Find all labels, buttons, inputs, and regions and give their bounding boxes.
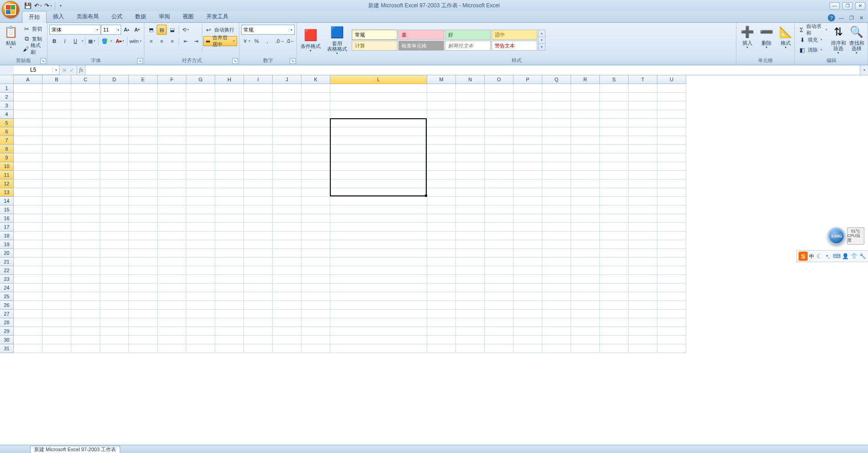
cell[interactable] — [100, 145, 129, 153]
cell[interactable] — [129, 249, 158, 258]
style-warn[interactable]: 警告文本 — [492, 41, 537, 51]
cell[interactable] — [513, 223, 542, 232]
comma-style-button[interactable]: , — [262, 36, 272, 46]
cell[interactable] — [629, 240, 657, 249]
cell[interactable] — [71, 145, 100, 153]
row-header-26[interactable]: 26 — [0, 301, 14, 310]
cell[interactable] — [273, 310, 302, 318]
cell[interactable] — [158, 327, 186, 336]
cell[interactable] — [42, 162, 71, 171]
cell[interactable] — [273, 301, 302, 310]
cell[interactable] — [14, 110, 42, 119]
cell[interactable] — [42, 136, 71, 145]
align-left-button[interactable]: ≡ — [146, 36, 156, 46]
format-painter-button[interactable]: 🖌格式刷 — [21, 44, 45, 54]
cell[interactable] — [42, 145, 71, 153]
cell[interactable] — [129, 292, 158, 301]
cell[interactable] — [244, 275, 273, 284]
cell[interactable] — [427, 223, 456, 232]
cell[interactable] — [427, 179, 456, 188]
cell[interactable] — [600, 101, 629, 110]
cell[interactable] — [542, 136, 571, 145]
cell[interactable] — [600, 162, 629, 171]
cell[interactable] — [513, 327, 542, 336]
cell[interactable] — [71, 153, 100, 162]
cell[interactable] — [244, 301, 273, 310]
cell[interactable] — [42, 292, 71, 301]
cell[interactable] — [215, 240, 244, 249]
cell[interactable] — [186, 101, 215, 110]
cell[interactable] — [571, 214, 600, 223]
cell[interactable] — [629, 153, 657, 162]
merge-center-button[interactable]: ⬌合并后居中▾ — [203, 36, 237, 46]
cell[interactable] — [42, 336, 71, 344]
gallery-more-button[interactable]: ▾ — [539, 44, 545, 50]
cell[interactable] — [129, 179, 158, 188]
cell[interactable] — [302, 275, 330, 284]
cell[interactable] — [302, 249, 330, 258]
wrench-icon[interactable]: 🔧 — [859, 253, 866, 260]
cell[interactable] — [629, 101, 657, 110]
cell[interactable] — [513, 249, 542, 258]
cell[interactable] — [427, 162, 456, 171]
cell[interactable] — [244, 145, 273, 153]
cell[interactable] — [273, 275, 302, 284]
cell[interactable] — [485, 310, 513, 318]
row-header-16[interactable]: 16 — [0, 214, 14, 223]
cell[interactable] — [158, 188, 186, 197]
cell[interactable] — [542, 318, 571, 327]
cell[interactable] — [485, 127, 513, 136]
cell[interactable] — [186, 275, 215, 284]
cell[interactable] — [215, 249, 244, 258]
cell[interactable] — [129, 310, 158, 318]
cell[interactable] — [600, 171, 629, 179]
person-icon[interactable]: 👤 — [842, 253, 849, 260]
cell[interactable] — [600, 188, 629, 197]
cell[interactable] — [513, 188, 542, 197]
cell[interactable] — [629, 171, 657, 179]
cell[interactable] — [158, 162, 186, 171]
autosum-button[interactable]: Σ自动求和▾ — [797, 25, 829, 35]
cell[interactable] — [100, 205, 129, 214]
cell[interactable] — [571, 93, 600, 101]
cell[interactable] — [273, 127, 302, 136]
cell[interactable] — [571, 188, 600, 197]
cell[interactable] — [629, 93, 657, 101]
cell[interactable] — [571, 284, 600, 292]
cell[interactable] — [485, 153, 513, 162]
cell[interactable] — [302, 310, 330, 318]
cell[interactable] — [129, 110, 158, 119]
cell[interactable] — [186, 240, 215, 249]
cell[interactable] — [71, 110, 100, 119]
cell[interactable] — [158, 266, 186, 275]
cell[interactable] — [485, 318, 513, 327]
cell[interactable] — [485, 232, 513, 240]
phonetic-button[interactable]: wén▾ — [129, 36, 142, 46]
cell[interactable] — [330, 119, 427, 127]
cell[interactable] — [158, 205, 186, 214]
cell[interactable] — [600, 344, 629, 353]
row-header-14[interactable]: 14 — [0, 197, 14, 205]
cell[interactable] — [485, 292, 513, 301]
cell[interactable] — [571, 223, 600, 232]
clear-button[interactable]: ◧清除▾ — [797, 45, 829, 55]
cell[interactable] — [14, 336, 42, 344]
chevron-down-icon[interactable]: ▾ — [116, 28, 121, 32]
cell[interactable] — [186, 145, 215, 153]
delete-cells-button[interactable]: ➖ 删除 ▾ — [757, 24, 776, 50]
cell[interactable] — [330, 162, 427, 171]
font-name-input[interactable] — [50, 27, 95, 32]
cell[interactable] — [485, 275, 513, 284]
cell[interactable] — [485, 145, 513, 153]
cell[interactable] — [186, 258, 215, 266]
cell[interactable] — [657, 127, 686, 136]
cell[interactable] — [273, 336, 302, 344]
cell[interactable] — [600, 93, 629, 101]
cell[interactable] — [71, 249, 100, 258]
cell[interactable] — [330, 205, 427, 214]
cell[interactable] — [42, 310, 71, 318]
cell[interactable] — [456, 93, 485, 101]
cell[interactable] — [215, 188, 244, 197]
cell[interactable] — [600, 214, 629, 223]
chevron-down-icon[interactable]: ▾ — [53, 68, 59, 72]
